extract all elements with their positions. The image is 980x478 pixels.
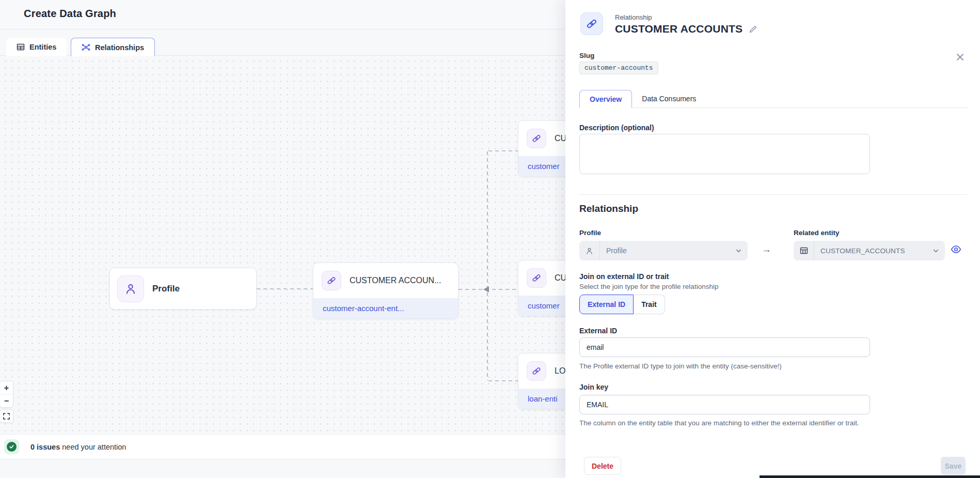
fullscreen-icon[interactable]	[0, 410, 13, 423]
join-key-help: The column on the entity table that you …	[579, 419, 871, 428]
delete-button[interactable]: Delete	[584, 457, 621, 475]
chevron-down-icon	[736, 248, 741, 254]
profile-select[interactable]: Profile	[579, 241, 748, 260]
profile-select-value: Profile	[600, 246, 627, 255]
create-data-graph-app: Create Data Graph Entities Relationships	[0, 0, 980, 478]
zoom-controls: + −	[0, 381, 13, 408]
join-type-help: Select the join type for the profile rel…	[579, 283, 718, 290]
panel-tabbar: Overview Data Consumers	[579, 90, 968, 108]
graph-edges	[0, 56, 565, 434]
status-badge	[4, 439, 19, 454]
zoom-in-button[interactable]: +	[0, 381, 13, 394]
slug-label: Slug	[579, 52, 594, 59]
link-icon	[527, 268, 546, 288]
link-icon	[527, 129, 546, 148]
node-label: LO	[555, 366, 565, 376]
close-icon[interactable]	[954, 51, 966, 63]
node-label: CU	[555, 134, 566, 143]
slug-value: customer-accounts	[579, 61, 658, 74]
tab-relationships[interactable]: Relationships	[71, 38, 155, 56]
join-key-input[interactable]	[579, 395, 870, 414]
tab-relationships-label: Relationships	[95, 43, 144, 52]
tab-overview[interactable]: Overview	[579, 90, 632, 108]
node-label: CU	[555, 273, 566, 283]
relationship-section-title: Relationship	[579, 203, 638, 214]
join-type-toggle: External ID Trait	[579, 295, 665, 314]
arrow-right-icon: →	[762, 244, 771, 255]
chevron-down-icon	[933, 248, 939, 254]
link-icon	[322, 271, 341, 290]
description-label: Description (optional)	[579, 124, 654, 132]
external-id-label: External ID	[579, 327, 617, 335]
node-slug-link[interactable]: customer-account-ent...	[313, 298, 458, 318]
fullscreen-control	[0, 409, 13, 423]
issues-status-text: 0 issues need your attention	[30, 443, 126, 451]
page-title: Create Data Graph	[24, 8, 116, 20]
tab-data-consumers[interactable]: Data Consumers	[632, 90, 706, 107]
network-icon	[82, 43, 90, 52]
panel-type-label: Relationship	[615, 13, 652, 21]
related-entity-select[interactable]: CUSTOMER_ACCOUNTS	[794, 241, 945, 260]
relationship-link-icon	[580, 12, 603, 35]
edit-pencil-icon[interactable]	[749, 25, 757, 34]
issues-count: 0 issues	[30, 443, 60, 451]
node-label: CUSTOMER ACCOUN...	[350, 276, 441, 285]
zoom-out-button[interactable]: −	[0, 394, 13, 407]
relationship-detail-panel: Relationship CUSTOMER ACCOUNTS Slug cust…	[565, 0, 980, 478]
window-edge-bar	[760, 475, 980, 478]
issues-message: need your attention	[60, 443, 126, 451]
toggle-external-id[interactable]: External ID	[579, 295, 634, 314]
related-entity-value: CUSTOMER_ACCOUNTS	[814, 247, 905, 255]
check-circle-icon	[7, 442, 17, 452]
link-icon	[527, 361, 546, 381]
related-entity-label: Related entity	[794, 229, 840, 237]
preview-eye-icon[interactable]	[951, 244, 961, 255]
person-icon	[579, 241, 600, 260]
node-profile[interactable]: Profile	[109, 268, 257, 310]
profile-label: Profile	[579, 229, 601, 237]
panel-title: CUSTOMER ACCOUNTS	[615, 23, 742, 35]
save-button[interactable]: Save	[941, 457, 966, 475]
description-textarea[interactable]	[579, 134, 870, 174]
toggle-trait[interactable]: Trait	[634, 295, 665, 314]
tab-entities[interactable]: Entities	[6, 38, 67, 56]
node-customer-accounts[interactable]: CUSTOMER ACCOUN... customer-account-ent.…	[313, 263, 459, 319]
external-id-input[interactable]	[579, 337, 870, 357]
join-key-label: Join key	[579, 383, 608, 391]
external-id-help: The Profile external ID type to join wit…	[579, 362, 782, 371]
table-icon	[794, 241, 814, 260]
table-icon	[17, 43, 25, 51]
person-icon	[117, 275, 144, 302]
section-divider	[579, 194, 968, 195]
join-type-label: Join on external ID or trait	[579, 272, 669, 281]
tab-entities-label: Entities	[29, 43, 56, 51]
edge-arrow-icon	[483, 286, 489, 292]
node-label: Profile	[152, 284, 180, 294]
